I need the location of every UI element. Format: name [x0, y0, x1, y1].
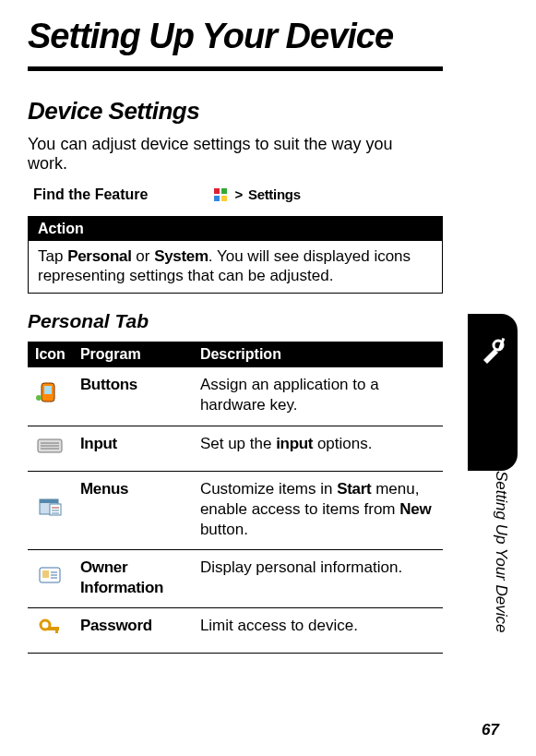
- subsection-title: Personal Tab: [28, 310, 434, 332]
- table-row: Owner Information Display personal infor…: [28, 549, 443, 607]
- find-feature-value: > Settings: [212, 186, 300, 203]
- desc-pre: Display personal information.: [200, 558, 402, 576]
- action-or: or: [132, 247, 155, 265]
- windows-flag-icon: [212, 186, 229, 203]
- desc-bold1: Start: [337, 480, 371, 498]
- desc-bold2: New: [399, 500, 431, 518]
- icon-cell: [28, 471, 73, 549]
- find-feature-label: Find the Feature: [33, 186, 148, 203]
- desc-cell: Set up the input options.: [193, 426, 443, 471]
- th-description: Description: [193, 342, 443, 367]
- action-opt1: Personal: [67, 247, 131, 265]
- table-row: Password Limit access to device.: [28, 608, 443, 654]
- icon-cell: [28, 426, 73, 471]
- svg-rect-24: [55, 630, 58, 633]
- table-row: Input Set up the input options.: [28, 426, 443, 471]
- table-row: Buttons Assign an application to a hardw…: [28, 367, 443, 426]
- svg-rect-18: [42, 570, 49, 578]
- program-cell: Owner Information: [73, 549, 193, 607]
- svg-rect-12: [40, 499, 58, 503]
- desc-pre: Customize items in: [200, 480, 337, 498]
- desc-pre: Assign an application to a hardware key.: [200, 376, 379, 414]
- th-icon: Icon: [28, 342, 73, 367]
- action-header: Action: [29, 217, 442, 241]
- menus-icon: [36, 496, 64, 518]
- svg-rect-0: [214, 188, 220, 194]
- action-opt2: System: [154, 247, 208, 265]
- desc-cell: Customize items in Start menu, enable ac…: [193, 471, 443, 549]
- icon-cell: [28, 608, 73, 654]
- desc-post: button.: [200, 521, 248, 538]
- icon-cell: [28, 367, 73, 426]
- desc-cell: Limit access to device.: [193, 608, 443, 654]
- find-feature-row: Find the Feature > Settings: [33, 186, 434, 203]
- table-header-row: Icon Program Description: [28, 342, 443, 367]
- action-pre: Tap: [38, 247, 67, 265]
- svg-rect-1: [221, 188, 227, 194]
- svg-point-6: [36, 395, 42, 401]
- section-title: Device Settings: [28, 97, 434, 126]
- page-content: Setting Up Your Device Device Settings Y…: [0, 18, 461, 654]
- action-box: Action Tap Personal or System. You will …: [28, 216, 443, 294]
- desc-mid: options.: [313, 435, 372, 452]
- program-cell: Password: [73, 608, 193, 654]
- password-icon: [36, 616, 64, 638]
- svg-rect-3: [221, 196, 227, 201]
- desc-cell: Assign an application to a hardware key.: [193, 367, 443, 426]
- program-cell: Menus: [73, 471, 193, 549]
- desc-cell: Display personal information.: [193, 549, 443, 607]
- desc-bold1: input: [276, 435, 313, 452]
- settings-table: Icon Program Description Buttons: [28, 342, 443, 654]
- side-caption: Setting Up Your Device: [492, 471, 510, 632]
- th-program: Program: [73, 342, 193, 367]
- find-feature-target: Settings: [248, 186, 301, 202]
- program-cell: Buttons: [73, 367, 193, 426]
- input-icon: [36, 434, 64, 456]
- buttons-icon: [36, 381, 64, 403]
- chapter-rule: [28, 66, 443, 71]
- owner-info-icon: [36, 564, 64, 586]
- svg-rect-5: [44, 386, 52, 394]
- page-number: 67: [482, 721, 499, 739]
- desc-pre: Set up the: [200, 435, 276, 452]
- side-tab: [468, 314, 518, 471]
- svg-rect-2: [214, 196, 220, 201]
- program-cell: Input: [73, 426, 193, 471]
- chapter-title: Setting Up Your Device: [28, 18, 434, 55]
- find-feature-gt: >: [234, 186, 242, 202]
- action-body: Tap Personal or System. You will see dis…: [29, 241, 442, 294]
- intro-text: You can adjust device settings to suit t…: [28, 135, 434, 174]
- table-row: Menus Customize items in Start menu, ena…: [28, 471, 443, 549]
- icon-cell: [28, 549, 73, 607]
- wrench-screwdriver-icon: [476, 334, 509, 371]
- desc-pre: Limit access to device.: [200, 617, 358, 634]
